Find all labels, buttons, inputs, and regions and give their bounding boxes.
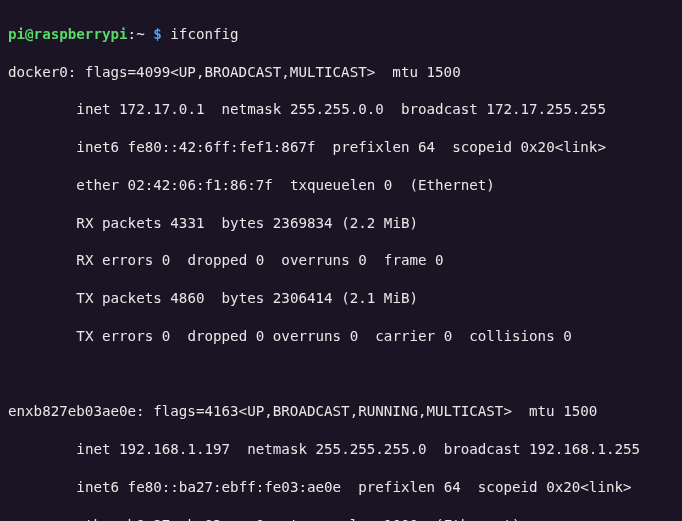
prompt-dollar: $ — [153, 26, 170, 42]
iface-line: inet6 fe80::ba27:ebff:fe03:ae0e prefixle… — [8, 478, 674, 497]
iface-detail: inet6 fe80::ba27:ebff:fe03:ae0e prefixle… — [76, 479, 631, 495]
prompt-line: pi@raspberrypi:~ $ ifconfig — [8, 25, 674, 44]
iface-detail: inet 172.17.0.1 netmask 255.255.0.0 broa… — [76, 101, 606, 117]
iface-detail: RX packets 4331 bytes 2369834 (2.2 MiB) — [76, 215, 418, 231]
prompt-separator: :~ — [128, 26, 154, 42]
iface-line: RX packets 4331 bytes 2369834 (2.2 MiB) — [8, 214, 674, 233]
iface-header-enx: enxb827eb03ae0e: flags=4163<UP,BROADCAST… — [8, 402, 674, 421]
command-text: ifconfig — [170, 26, 238, 42]
iface-line: inet 172.17.0.1 netmask 255.255.0.0 broa… — [8, 100, 674, 119]
iface-line: TX errors 0 dropped 0 overruns 0 carrier… — [8, 327, 674, 346]
iface-header-docker0: docker0: flags=4099<UP,BROADCAST,MULTICA… — [8, 63, 674, 82]
iface-line: TX packets 4860 bytes 2306414 (2.1 MiB) — [8, 289, 674, 308]
iface-detail: ether 02:42:06:f1:86:7f txqueuelen 0 (Et… — [76, 177, 495, 193]
iface-detail: TX packets 4860 bytes 2306414 (2.1 MiB) — [76, 290, 418, 306]
iface-detail: TX errors 0 dropped 0 overruns 0 carrier… — [76, 328, 571, 344]
iface-line: inet 192.168.1.197 netmask 255.255.255.0… — [8, 440, 674, 459]
iface-detail: ether b8:27:eb:03:ae:0e txqueuelen 1000 … — [76, 517, 520, 521]
iface-line: ether b8:27:eb:03:ae:0e txqueuelen 1000 … — [8, 516, 674, 521]
iface-line: ether 02:42:06:f1:86:7f txqueuelen 0 (Et… — [8, 176, 674, 195]
iface-line: inet6 fe80::42:6ff:fef1:867f prefixlen 6… — [8, 138, 674, 157]
blank-line — [8, 365, 674, 384]
iface-detail: inet6 fe80::42:6ff:fef1:867f prefixlen 6… — [76, 139, 606, 155]
iface-detail: inet 192.168.1.197 netmask 255.255.255.0… — [76, 441, 640, 457]
iface-line: RX errors 0 dropped 0 overruns 0 frame 0 — [8, 251, 674, 270]
iface-detail: RX errors 0 dropped 0 overruns 0 frame 0 — [76, 252, 443, 268]
prompt-user: pi@raspberrypi — [8, 26, 128, 42]
terminal-output[interactable]: pi@raspberrypi:~ $ ifconfig docker0: fla… — [0, 0, 682, 521]
